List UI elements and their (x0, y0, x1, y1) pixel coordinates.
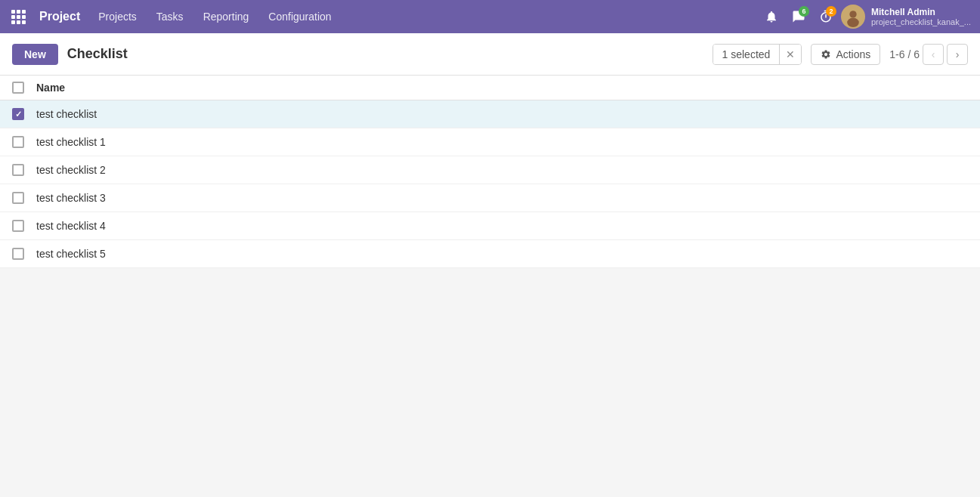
user-info[interactable]: Mitchell Admin project_checklist_kanak_.… (868, 7, 974, 26)
row-name-2: test checklist 2 (36, 164, 968, 176)
table-row[interactable]: test checklist (0, 100, 980, 128)
row-checkbox-1[interactable] (12, 136, 24, 148)
top-navigation: Project Projects Tasks Reporting Configu… (0, 0, 980, 33)
table-row[interactable]: test checklist 3 (0, 184, 980, 212)
row-name-1: test checklist 1 (36, 136, 968, 148)
table-header: Name (0, 76, 980, 100)
clear-selection-button[interactable]: ✕ (779, 45, 801, 64)
row-checkbox-5[interactable] (12, 248, 24, 260)
avatar-image (842, 6, 864, 27)
user-name: Mitchell Admin (871, 7, 971, 17)
grid-icon (11, 10, 26, 24)
new-button[interactable]: New (12, 44, 58, 65)
row-checkbox-2[interactable] (12, 164, 24, 176)
row-checkbox-col (12, 192, 36, 204)
select-all-checkbox[interactable] (12, 82, 24, 94)
prev-page-button[interactable]: ‹ (923, 44, 944, 65)
timer-badge: 2 (826, 6, 836, 17)
table-row[interactable]: test checklist 2 (0, 156, 980, 184)
gear-icon (821, 49, 831, 60)
page-title: Checklist (67, 46, 703, 62)
row-checkbox-col (12, 136, 36, 148)
messages-icon-button[interactable]: 6 (787, 5, 811, 29)
table-row[interactable]: test checklist 5 (0, 240, 980, 268)
row-checkbox-col (12, 108, 36, 120)
apps-menu-button[interactable] (6, 5, 30, 29)
row-name-5: test checklist 5 (36, 248, 968, 260)
topnav-right: 6 2 Mitchell Admin project_checklist_kan… (759, 5, 974, 29)
toolbar: New Checklist 1 selected ✕ Actions 1-6 /… (0, 33, 980, 76)
pagination: 1-6 / 6 ‹ › (889, 44, 968, 65)
selection-badge: 1 selected ✕ (713, 44, 802, 65)
row-checkbox-col (12, 248, 36, 260)
messages-badge: 6 (799, 6, 809, 17)
pagination-text: 1-6 / 6 (889, 48, 920, 60)
table-row[interactable]: test checklist 1 (0, 128, 980, 156)
row-checkbox-col (12, 164, 36, 176)
next-page-button[interactable]: › (947, 44, 968, 65)
bell-icon-button[interactable] (759, 5, 784, 29)
table-row[interactable]: test checklist 4 (0, 212, 980, 240)
main-menu: Projects Tasks Reporting Configuration (89, 6, 756, 27)
menu-item-reporting[interactable]: Reporting (194, 6, 258, 27)
menu-item-configuration[interactable]: Configuration (259, 6, 340, 27)
user-file: project_checklist_kanak_... (871, 17, 971, 26)
row-name-4: test checklist 4 (36, 220, 968, 232)
checklist-table: Name test checklist test checklist 1 tes… (0, 76, 980, 268)
row-checkbox-0[interactable] (12, 108, 24, 120)
svg-point-1 (849, 11, 856, 17)
brand-name[interactable]: Project (33, 10, 86, 23)
bell-icon (765, 10, 778, 23)
header-checkbox-col (12, 82, 36, 94)
avatar[interactable] (841, 5, 865, 29)
row-checkbox-4[interactable] (12, 220, 24, 232)
row-name-0: test checklist (36, 108, 968, 120)
actions-button[interactable]: Actions (811, 44, 880, 65)
menu-item-tasks[interactable]: Tasks (147, 6, 193, 27)
selection-count: 1 selected (713, 45, 780, 64)
row-name-3: test checklist 3 (36, 192, 968, 204)
svg-point-2 (847, 18, 859, 27)
row-checkbox-col (12, 220, 36, 232)
timer-icon-button[interactable]: 2 (814, 5, 838, 29)
actions-label: Actions (836, 48, 870, 60)
col-header-name: Name (36, 82, 968, 94)
row-checkbox-3[interactable] (12, 192, 24, 204)
menu-item-projects[interactable]: Projects (89, 6, 146, 27)
